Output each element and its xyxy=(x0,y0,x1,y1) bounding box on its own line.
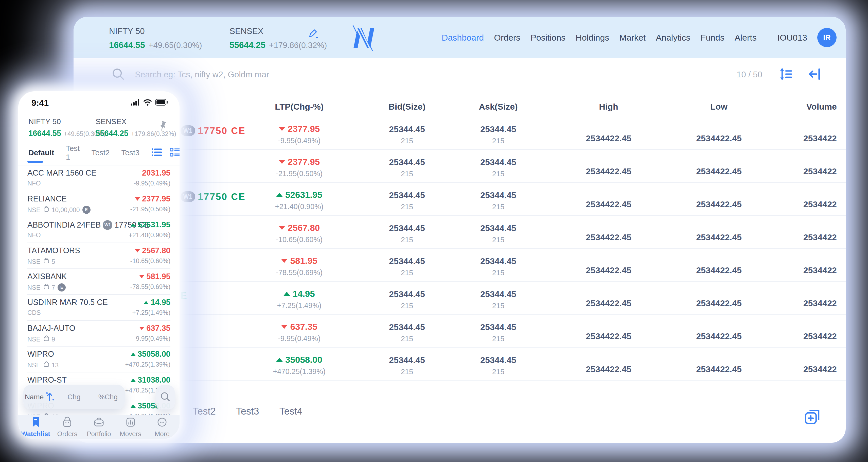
watchlist-badge: W1 xyxy=(181,125,195,136)
tab-test1[interactable]: Test 1 xyxy=(66,144,80,161)
index-nifty: NIFTY 50 16644.55 +49.65(0.30%) xyxy=(109,26,202,50)
table-row[interactable]: 581.95 -78.55(0.69%) 25344.45 215 25344.… xyxy=(73,249,846,282)
instrument-meta: NSE 13 xyxy=(27,412,59,415)
tab-test3[interactable]: Test3 xyxy=(236,406,259,417)
nav-portfolio[interactable]: Portfolio xyxy=(85,416,113,438)
add-watchlist-icon[interactable] xyxy=(804,408,822,426)
sort-bar: Name Az Chg %Chg xyxy=(23,385,125,409)
nav-more[interactable]: More xyxy=(148,416,176,438)
sort-by-chg[interactable]: Chg xyxy=(57,385,91,409)
volume-value: 2534422 xyxy=(773,150,846,182)
tab-test2[interactable]: Test2 xyxy=(92,148,110,157)
sort-by-pct-chg[interactable]: %Chg xyxy=(91,385,125,409)
status-icons xyxy=(130,98,168,107)
avatar[interactable]: IR xyxy=(817,28,837,47)
instrument-name: WIPRO-ST xyxy=(27,375,69,385)
table-row[interactable]: 35058.00 +470.25(1.39%) 25344.45 215 253… xyxy=(73,348,846,381)
item-change: -9.95(0.49%) xyxy=(134,180,170,187)
ask-cell: 25344.45 215 xyxy=(444,183,553,215)
high-value: 2534422.45 xyxy=(553,315,664,347)
ltp-value: 2377.95 xyxy=(228,124,370,134)
phone-search-button[interactable] xyxy=(156,385,175,409)
nav-item-dashboard[interactable]: Dashboard xyxy=(442,33,484,42)
search-bar: 10 / 50 xyxy=(73,58,846,91)
bid-value: 25344.45 xyxy=(370,322,444,332)
watchlist-item[interactable]: AXISBANK NSE 7 E 581.95 -78.55(0.69%) xyxy=(27,269,170,295)
high-value: 2534422.45 xyxy=(553,183,664,215)
ask-size: 215 xyxy=(444,335,553,343)
table-row[interactable]: 2567.80 -10.65(0.60%) 25344.45 215 25344… xyxy=(73,215,846,249)
tab-default[interactable]: Default xyxy=(28,148,54,157)
table-row[interactable]: 2377.95 -21.95(0.50%) 25344.45 215 25344… xyxy=(73,150,846,183)
high-value: 2534422.45 xyxy=(553,117,664,149)
watchlist-count: 10 / 50 xyxy=(737,70,762,79)
watchlist-item[interactable]: RELIANCE NSE 10,00,000 E 2377.95 -21.95(… xyxy=(27,191,170,217)
instrument-meta: NSE 9 xyxy=(27,335,55,344)
low-value: 2534422.45 xyxy=(664,282,773,314)
sort-by-name[interactable]: Name Az xyxy=(23,385,57,409)
app-logo-icon xyxy=(352,25,374,52)
trend-arrow-icon xyxy=(131,353,136,356)
nav-item-analytics[interactable]: Analytics xyxy=(656,33,690,42)
ask-size: 215 xyxy=(444,302,553,310)
item-price: 14.95 xyxy=(144,298,170,307)
bid-size: 215 xyxy=(370,269,444,277)
ask-cell: 25344.45 215 xyxy=(444,215,553,248)
ask-value: 25344.45 xyxy=(444,355,553,365)
pin-icon[interactable] xyxy=(157,121,168,134)
bid-size: 215 xyxy=(370,368,444,376)
watchlist-item[interactable]: WIPRO NSE 13 35058.00 +470.25(1.39%) xyxy=(27,347,170,372)
col-bid: Bid(Size) xyxy=(370,102,444,117)
search-input[interactable] xyxy=(135,70,737,79)
watchlist-table: W1 17750 CE 2377.95 -9.95(0.49%) 25344.4… xyxy=(73,117,846,381)
row-height-icon[interactable] xyxy=(779,67,793,82)
tab-test3[interactable]: Test3 xyxy=(121,148,140,157)
trend-arrow-icon xyxy=(279,160,285,164)
list-view-icon[interactable] xyxy=(151,147,162,158)
watchlist-item[interactable]: ACC MAR 1560 CE NFO 2031.95 -9.95(0.49%) xyxy=(27,166,170,191)
watchlist-item[interactable]: BAJAJ-AUTO NSE 9 637.35 -9.95(0.49%) xyxy=(27,321,170,347)
ask-size: 215 xyxy=(444,203,553,211)
nav-watchlist[interactable]: Watchlist xyxy=(22,416,50,438)
table-row[interactable]: 637.35 -9.95(0.49%) 25344.45 215 25344.4… xyxy=(73,315,846,348)
item-change: +470.25(1.39%) xyxy=(125,412,170,415)
ltp-cell: 581.95 -78.55(0.69%) xyxy=(228,249,370,281)
nav-item-orders[interactable]: Orders xyxy=(494,33,520,42)
bid-value: 25344.45 xyxy=(370,256,444,266)
watchlist-badge: W1 xyxy=(181,191,195,202)
trend-arrow-icon xyxy=(279,127,285,131)
ltp-cell: 2377.95 -21.95(0.50%) xyxy=(228,150,370,182)
edit-indices-icon[interactable] xyxy=(307,27,320,41)
nav-item-funds[interactable]: Funds xyxy=(701,33,724,42)
trend-arrow-icon xyxy=(135,249,140,253)
compact-view-icon[interactable] xyxy=(169,147,180,158)
tab-test4[interactable]: Test4 xyxy=(279,406,303,417)
nav-item-holdings[interactable]: Holdings xyxy=(576,33,609,42)
nav-label: Portfolio xyxy=(87,430,111,438)
bid-value: 25344.45 xyxy=(370,190,444,200)
table-row[interactable]: W1 17750 CE 52631.95 +21.40(0.90%) 25344… xyxy=(73,183,846,215)
nav-item-market[interactable]: Market xyxy=(619,33,646,42)
nav-item-positions[interactable]: Positions xyxy=(530,33,565,42)
instrument-name: RELIANCE xyxy=(27,194,69,203)
bid-cell: 25344.45 215 xyxy=(370,117,444,149)
watchlist-item[interactable]: USDINR MAR 70.5 CE CDS 14.95 +7.25(1.49%… xyxy=(27,295,170,321)
collapse-panel-icon[interactable] xyxy=(808,67,822,82)
trend-arrow-icon xyxy=(139,327,144,330)
index-value: 16644.55 xyxy=(28,129,61,138)
watchlist-item[interactable]: TATAMOTORS NSE 5 2567.80 -10.65(0.60%) xyxy=(27,243,170,269)
nav-movers[interactable]: Movers xyxy=(116,416,145,438)
table-row[interactable]: E 14.95 +7.25(1.49%) 25344.45 215 25344.… xyxy=(73,282,846,315)
instrument-name: USDINR MAR 70.5 CE xyxy=(27,298,110,307)
bid-cell: 25344.45 215 xyxy=(370,348,444,380)
nav-item-alerts[interactable]: Alerts xyxy=(735,33,757,42)
nav-orders[interactable]: Orders xyxy=(53,416,82,438)
holding-qty: 5 xyxy=(43,257,55,266)
ltp-change: -21.95(0.50%) xyxy=(228,170,370,178)
watchlist-item[interactable]: ABBOTINDIA 24FEBW117750 CE NFO 52631.95 … xyxy=(27,217,170,243)
holding-qty: 9 xyxy=(43,335,55,344)
bid-value: 25344.45 xyxy=(370,223,444,233)
table-row[interactable]: W1 17750 CE 2377.95 -9.95(0.49%) 25344.4… xyxy=(73,117,846,150)
index-change: +179.86(0.32%) xyxy=(269,40,327,50)
tab-test2[interactable]: Test2 xyxy=(193,406,216,417)
